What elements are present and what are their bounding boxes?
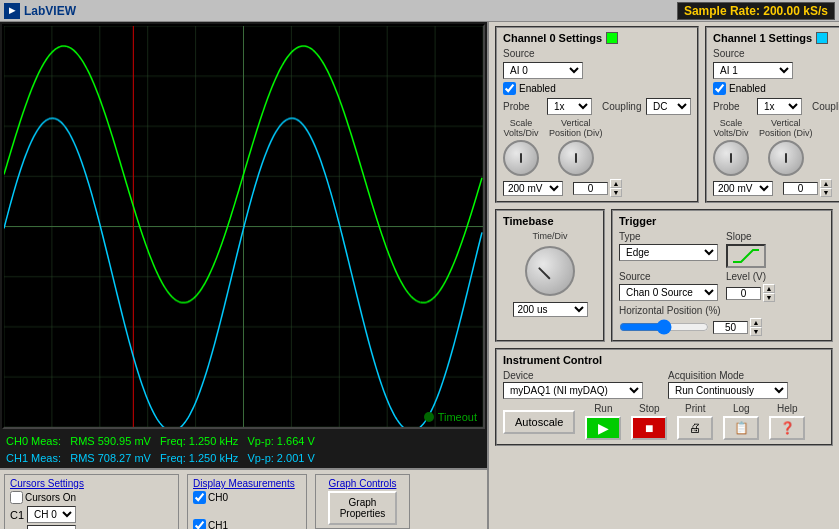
tb-timediv-knob[interactable]	[525, 246, 575, 296]
ch0-vertpos-up-btn[interactable]: ▲	[610, 179, 622, 188]
ch0-vertpos-spinbtns: ▲ ▼	[610, 179, 622, 197]
help-button[interactable]: ❓	[769, 416, 805, 440]
cursors-on-checkbox[interactable]	[10, 491, 23, 504]
ch0-scale-knob[interactable]	[503, 140, 539, 176]
help-label: Help	[777, 403, 798, 414]
trigger-level-label: Level (V)	[726, 271, 825, 282]
display-meas-title: Display Measurements	[193, 478, 301, 489]
ch1-source-row: Source	[713, 48, 839, 59]
trigger-slope-button[interactable]	[726, 244, 766, 268]
ch0-scale-knob-group: ScaleVolts/Div	[503, 118, 539, 176]
tb-knob-indicator	[538, 267, 551, 280]
trigger-horizpos-slider[interactable]	[619, 319, 709, 335]
ch1-scale-knob-indicator	[730, 153, 732, 163]
stop-label: Stop	[639, 403, 660, 414]
run-col: Run ▶	[585, 403, 621, 440]
ch0-probe-select[interactable]: 1x 10x	[547, 98, 592, 115]
ch0-display-label[interactable]: CH0	[193, 491, 301, 504]
run-stop-row: Autoscale Run ▶ Stop ■ Print 🖨	[503, 403, 825, 440]
autoscale-button[interactable]: Autoscale	[503, 410, 575, 434]
run-button[interactable]: ▶	[585, 416, 621, 440]
ch0-vertpos-label: VerticalPosition (Div)	[549, 118, 603, 138]
trigger-horizpos-spinbox: ▲ ▼	[713, 318, 762, 336]
ch1-vertpos-input[interactable]	[783, 182, 818, 195]
stop-icon: ■	[645, 420, 653, 436]
ch0-enabled-checkbox[interactable]	[503, 82, 516, 95]
ch1-scale-spinbox: 200 mV 100 mV 500 mV	[713, 181, 773, 196]
trigger-source-select[interactable]: Chan 0 Source Chan 1 Source	[619, 284, 718, 301]
ch0-meas-label: CH0 Meas:	[6, 435, 61, 447]
ch1-display-label[interactable]: CH1	[193, 519, 301, 529]
stop-button[interactable]: ■	[631, 416, 667, 440]
ch1-vertpos-knob[interactable]	[768, 140, 804, 176]
trigger-horizpos-up-btn[interactable]: ▲	[750, 318, 762, 327]
stop-col: Stop ■	[631, 403, 667, 440]
ch1-enabled-label: Enabled	[729, 83, 766, 94]
cursors-on-row: Cursors On	[10, 491, 173, 504]
timeout-indicator: Timeout	[424, 411, 477, 423]
ch1-probe-label: Probe	[713, 101, 753, 112]
oscilloscope-panel: Timeout CH0 Meas: RMS 590.95 mV Freq: 1.…	[0, 22, 487, 529]
trigger-horizpos-row: ▲ ▼	[619, 318, 825, 336]
ch1-scale-value-select[interactable]: 200 mV 100 mV 500 mV	[713, 181, 773, 196]
ch0-source-select[interactable]: AI 0 AI 1	[503, 62, 583, 79]
ch0-vertpos-input[interactable]	[573, 182, 608, 195]
tb-knob-row: Time/Div 200 us 100 us 500 us	[503, 231, 597, 317]
ch1-source-label: Source	[713, 48, 753, 59]
c1-channel-select[interactable]: CH 0 CH 1	[27, 506, 76, 523]
trigger-level-up-btn[interactable]: ▲	[763, 284, 775, 293]
right-panel: Channel 0 Settings Source AI 0 AI 1 Enab…	[487, 22, 839, 529]
ch1-probe-coupling-row: Probe 1x 10x Coupling DC AC	[713, 98, 839, 115]
ch0-vertpos-down-btn[interactable]: ▼	[610, 188, 622, 197]
c1-label: C1	[10, 509, 24, 521]
ch0-coupling-label: Coupling	[602, 101, 642, 112]
help-icon: ❓	[780, 421, 795, 435]
trigger-slope-field: Slope	[726, 231, 825, 268]
ch0-vertpos-knob[interactable]	[558, 140, 594, 176]
trigger-horizpos-input[interactable]	[713, 321, 748, 334]
instrument-control-box: Instrument Control Device myDAQ1 (NI myD…	[495, 348, 833, 446]
ch1-enabled-checkbox[interactable]	[713, 82, 726, 95]
cursors-on-label[interactable]: Cursors On	[10, 491, 76, 504]
ch1-probe-select[interactable]: 1x 10x	[757, 98, 802, 115]
instrument-acq-select[interactable]: Run Continuously N Samples	[668, 382, 788, 399]
trigger-horizpos-down-btn[interactable]: ▼	[750, 327, 762, 336]
ch0-vertpos-knob-indicator	[575, 153, 577, 163]
instrument-device-select[interactable]: myDAQ1 (NI myDAQ)	[503, 382, 643, 399]
ch1-display-checkbox[interactable]	[193, 519, 206, 529]
log-button[interactable]: 📋	[723, 416, 759, 440]
print-label: Print	[685, 403, 706, 414]
trigger-source-label: Source	[619, 271, 718, 282]
trigger-level-input[interactable]	[726, 287, 761, 300]
osc-bottom-controls: Cursors Settings Cursors On C1 CH 0 CH 1…	[0, 468, 487, 529]
sample-rate-display: Sample Rate: 200.00 kS/s	[677, 2, 835, 20]
graph-properties-button[interactable]: GraphProperties	[328, 491, 398, 525]
cursor-settings-panel: Cursors Settings Cursors On C1 CH 0 CH 1…	[4, 474, 179, 529]
trigger-horizpos-spinbtns: ▲ ▼	[750, 318, 762, 336]
ch1-vertpos-up-btn[interactable]: ▲	[820, 179, 832, 188]
trigger-type-select[interactable]: Edge Level	[619, 244, 718, 261]
tb-timediv-select[interactable]: 200 us 100 us 500 us	[513, 302, 588, 317]
ch0-probe-coupling-row: Probe 1x 10x Coupling DC AC	[503, 98, 691, 115]
run-icon: ▶	[598, 420, 609, 436]
print-button[interactable]: 🖨	[677, 416, 713, 440]
ch0-scale-value-select[interactable]: 200 mV 100 mV 500 mV	[503, 181, 563, 196]
ch1-source-select[interactable]: AI 0 AI 1	[713, 62, 793, 79]
cursor-settings-title: Cursors Settings	[10, 478, 173, 489]
ch0-freq: Freq: 1.250 kHz	[160, 435, 238, 447]
trigger-level-down-btn[interactable]: ▼	[763, 293, 775, 302]
ch0-enabled-row: Enabled	[503, 82, 691, 95]
ch0-display-checkbox[interactable]	[193, 491, 206, 504]
ch0-rms: RMS 590.95 mV	[70, 435, 151, 447]
ch1-vertpos-down-btn[interactable]: ▼	[820, 188, 832, 197]
ch1-scale-knob[interactable]	[713, 140, 749, 176]
ch0-coupling-select[interactable]: DC AC	[646, 98, 691, 115]
ch1-freq: Freq: 1.250 kHz	[160, 452, 238, 464]
c2-channel-select[interactable]: CH 0 CH 1	[27, 525, 76, 529]
labview-logo: ▶ LabVIEW	[4, 3, 76, 19]
graph-controls-title: Graph Controls	[329, 478, 397, 489]
labview-title: LabVIEW	[24, 4, 76, 18]
ch1-scale-spinbox-row: 200 mV 100 mV 500 mV ▲ ▼	[713, 179, 839, 197]
trigger-type-label: Type	[619, 231, 718, 242]
ch0-knob-row: ScaleVolts/Div VerticalPosition (Div)	[503, 118, 691, 176]
